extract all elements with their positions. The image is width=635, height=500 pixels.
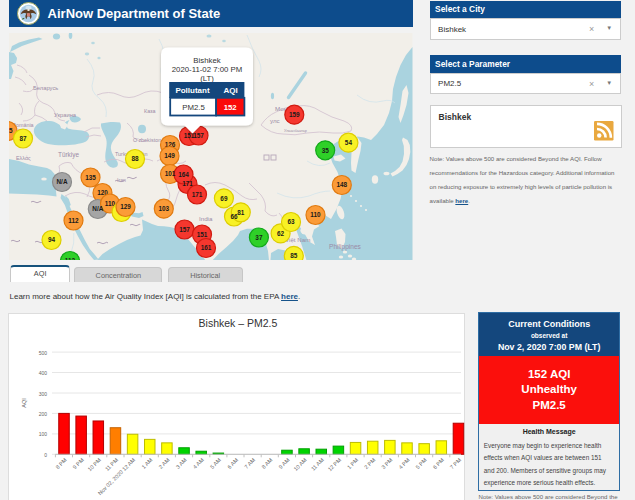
- svg-text:Беларусь: Беларусь: [33, 85, 58, 91]
- svg-text:O‘zbekiston: O‘zbekiston: [133, 137, 161, 143]
- svg-text:500: 500: [38, 349, 47, 355]
- svg-text:159: 159: [289, 111, 300, 118]
- svg-text:37: 37: [255, 234, 263, 241]
- svg-text:12 PM: 12 PM: [326, 456, 342, 472]
- svg-text:0: 0: [44, 451, 47, 457]
- svg-text:157: 157: [179, 226, 190, 233]
- svg-text:1 AM: 1 AM: [140, 456, 153, 469]
- svg-text:India: India: [199, 215, 213, 222]
- svg-text:63: 63: [287, 218, 295, 225]
- svg-text:AQI: AQI: [223, 86, 237, 95]
- svg-text:9 AM: 9 AM: [277, 456, 290, 469]
- svg-text:2 AM: 2 AM: [157, 456, 170, 469]
- svg-text:Bishkek – PM2.5: Bishkek – PM2.5: [198, 317, 277, 329]
- svg-text:Украина: Украина: [54, 112, 77, 118]
- svg-text:152: 152: [224, 103, 238, 112]
- svg-text:3 PM: 3 PM: [380, 456, 394, 470]
- svg-text:69: 69: [220, 195, 228, 202]
- svg-text:87: 87: [19, 135, 27, 142]
- svg-text:151: 151: [197, 231, 208, 238]
- svg-text:2 PM: 2 PM: [363, 456, 377, 470]
- svg-text:400: 400: [38, 370, 47, 376]
- svg-text:5 AM: 5 AM: [208, 456, 221, 469]
- svg-text:103: 103: [158, 205, 169, 212]
- svg-text:5 PM: 5 PM: [414, 456, 428, 470]
- svg-text:110: 110: [310, 211, 321, 218]
- svg-text:Türkiye: Türkiye: [58, 151, 79, 159]
- svg-text:3 AM: 3 AM: [174, 456, 187, 469]
- svg-text:100: 100: [38, 431, 47, 437]
- svg-text:148: 148: [336, 181, 347, 188]
- svg-text:4 AM: 4 AM: [191, 456, 204, 469]
- svg-text:171: 171: [192, 191, 203, 198]
- svg-text:300: 300: [38, 390, 47, 396]
- svg-text:1 PM: 1 PM: [345, 456, 359, 470]
- svg-text:157: 157: [193, 132, 204, 139]
- svg-text:7 PM: 7 PM: [448, 456, 462, 470]
- svg-text:7 AM: 7 AM: [243, 456, 256, 469]
- svg-text:161: 161: [201, 244, 212, 251]
- svg-text:81: 81: [237, 209, 245, 216]
- svg-text:Bishkek: Bishkek: [193, 56, 220, 65]
- svg-text:62: 62: [277, 230, 285, 237]
- svg-text:Каза: Каза: [144, 108, 156, 114]
- svg-text:(LT): (LT): [200, 74, 214, 83]
- svg-text:54: 54: [345, 139, 353, 146]
- svg-text:Ελλάς: Ελλάς: [16, 155, 31, 161]
- svg-text:N/A: N/A: [92, 205, 103, 212]
- svg-text:115: 115: [9, 127, 13, 134]
- svg-text:10 PM: 10 PM: [86, 456, 102, 472]
- svg-text:Philippines: Philippines: [329, 243, 362, 251]
- svg-text:164: 164: [178, 171, 189, 178]
- svg-text:88: 88: [131, 155, 139, 162]
- svg-text:101: 101: [165, 170, 176, 177]
- svg-text:Улаанбаатар: Улаанбаатар: [284, 129, 307, 133]
- svg-text:10 AM: 10 AM: [292, 456, 308, 472]
- svg-text:9 PM: 9 PM: [71, 456, 85, 470]
- svg-text:6 AM: 6 AM: [226, 456, 239, 469]
- svg-text:8 PM: 8 PM: [54, 456, 68, 470]
- svg-text:11 AM: 11 AM: [309, 456, 324, 471]
- svg-text:4 PM: 4 PM: [397, 456, 411, 470]
- svg-text:200: 200: [38, 410, 47, 416]
- svg-text:129: 129: [120, 203, 131, 210]
- svg-text:112: 112: [68, 217, 79, 224]
- svg-text:6 PM: 6 PM: [431, 456, 445, 470]
- svg-text:135: 135: [85, 174, 96, 181]
- svg-text:112: 112: [65, 257, 76, 260]
- svg-text:94: 94: [48, 236, 56, 243]
- svg-text:85: 85: [290, 252, 298, 259]
- svg-text:AQI: AQI: [21, 397, 27, 407]
- svg-text:149: 149: [164, 152, 175, 159]
- svg-text:11 PM: 11 PM: [103, 456, 118, 471]
- svg-text:35: 35: [322, 147, 330, 154]
- svg-text:Pollutant: Pollutant: [175, 86, 210, 95]
- svg-text:2020-11-02 7:00 PM: 2020-11-02 7:00 PM: [172, 65, 243, 74]
- svg-text:PM2.5: PM2.5: [182, 103, 205, 112]
- svg-text:N/A: N/A: [56, 178, 67, 185]
- svg-text:8 AM: 8 AM: [260, 456, 273, 469]
- svg-text:улс: улс: [270, 117, 280, 124]
